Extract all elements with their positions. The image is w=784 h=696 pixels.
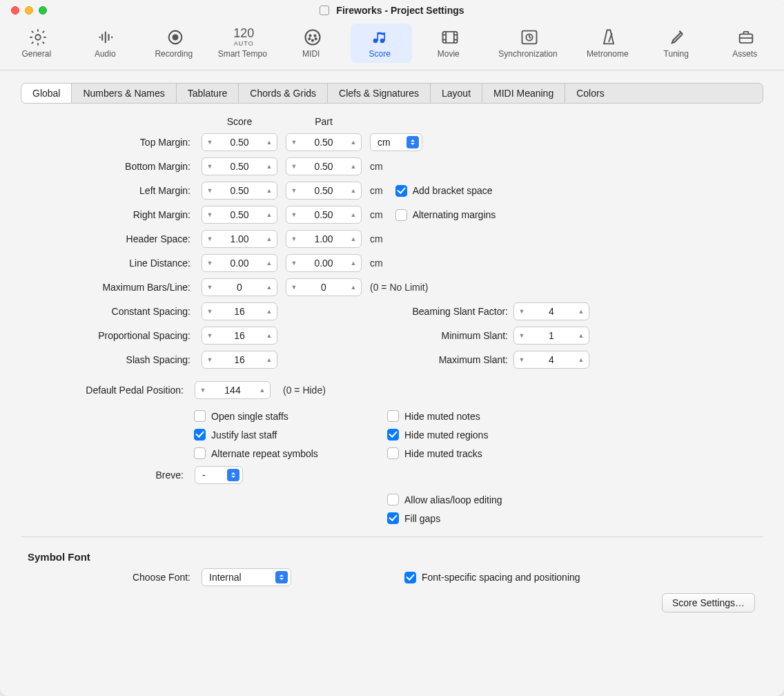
- max-bars-note: (0 = No Limit): [370, 282, 756, 293]
- pedal-note: (0 = Hide): [279, 385, 763, 396]
- toolbar-midi[interactable]: MIDI: [282, 23, 344, 63]
- checkbox-icon: [395, 209, 407, 221]
- tab-tablature[interactable]: Tablature: [177, 84, 239, 103]
- right-margin-part-stepper[interactable]: ▼0.50▲: [286, 206, 362, 224]
- tab-global[interactable]: Global: [21, 84, 72, 103]
- tab-colors[interactable]: Colors: [565, 84, 615, 103]
- hide-muted-regions-check[interactable]: Hide muted regions: [387, 429, 594, 441]
- alternate-repeat-check[interactable]: Alternate repeat symbols: [194, 447, 373, 459]
- max-bars-score-stepper[interactable]: ▼0▲: [202, 278, 277, 296]
- close-icon[interactable]: [11, 6, 19, 14]
- toolbar-synchronization[interactable]: Synchronization: [488, 23, 571, 63]
- toolbar-smart-tempo[interactable]: 120 AUTO Smart Tempo: [213, 23, 275, 63]
- toolbar: General Audio Recording 120 AUTO Smart T…: [0, 21, 784, 70]
- fill-gaps-check[interactable]: Fill gaps: [387, 512, 594, 524]
- toolbar-movie[interactable]: Movie: [419, 23, 481, 63]
- hide-muted-notes-check[interactable]: Hide muted notes: [387, 410, 594, 422]
- label-min-slant: Minimum Slant:: [370, 330, 508, 341]
- slash-spacing-stepper[interactable]: ▼16▲: [202, 351, 277, 369]
- svg-point-5: [314, 35, 315, 37]
- chevron-up-icon[interactable]: ▲: [262, 139, 277, 146]
- toolbar-audio[interactable]: Audio: [76, 23, 138, 63]
- tab-numbers-names[interactable]: Numbers & Names: [72, 84, 176, 103]
- label-slash-spacing: Slash Spacing:: [28, 354, 193, 365]
- label-left-margin: Left Margin:: [28, 185, 193, 196]
- hide-muted-tracks-check[interactable]: Hide muted tracks: [387, 447, 594, 459]
- svg-point-3: [305, 30, 320, 45]
- separator: [21, 536, 763, 537]
- toolbar-tuning[interactable]: Tuning: [647, 23, 709, 63]
- header-space-part-stepper[interactable]: ▼1.00▲: [286, 230, 362, 248]
- label-line-distance: Line Distance:: [28, 258, 193, 269]
- content-area: Global Numbers & Names Tablature Chords …: [0, 70, 784, 696]
- alternating-margins-check[interactable]: Alternating margins: [395, 209, 496, 221]
- tab-midi-meaning[interactable]: MIDI Meaning: [482, 84, 565, 103]
- toolbar-general[interactable]: General: [7, 23, 69, 63]
- chevron-up-icon[interactable]: ▲: [346, 139, 361, 146]
- pedal-stepper[interactable]: ▼144▲: [195, 381, 271, 399]
- toolbar-assets[interactable]: Assets: [715, 23, 777, 63]
- bottom-margin-part-stepper[interactable]: ▼0.50▲: [286, 157, 362, 175]
- movie-icon: [440, 28, 460, 47]
- justify-last-staff-check[interactable]: Justify last staff: [194, 429, 373, 441]
- open-single-staffs-check[interactable]: Open single staffs: [194, 410, 373, 422]
- column-header-score: Score: [202, 116, 277, 127]
- choose-font-select[interactable]: Internal: [202, 568, 291, 586]
- top-margin-score-stepper[interactable]: ▼0.50▲: [202, 133, 277, 151]
- right-margin-score-stepper[interactable]: ▼0.50▲: [202, 206, 277, 224]
- top-margin-part-stepper[interactable]: ▼0.50▲: [286, 133, 362, 151]
- tuning-icon: [668, 28, 687, 47]
- column-header-part: Part: [286, 116, 362, 127]
- toolbar-metronome[interactable]: Metronome: [578, 23, 640, 63]
- line-distance-score-stepper[interactable]: ▼0.00▲: [202, 254, 277, 272]
- add-bracket-space-check[interactable]: Add bracket space: [395, 185, 493, 197]
- label-breve: Breve:: [21, 470, 186, 481]
- titlebar: Fireworks - Project Settings: [0, 0, 784, 21]
- header-space-score-stepper[interactable]: ▼1.00▲: [202, 230, 277, 248]
- proportional-spacing-stepper[interactable]: ▼16▲: [202, 327, 277, 345]
- svg-point-8: [312, 40, 313, 41]
- allow-alias-check[interactable]: Allow alias/loop editing: [387, 494, 594, 505]
- svg-point-6: [308, 38, 310, 39]
- window-controls: [11, 6, 47, 14]
- label-header-space: Header Space:: [28, 233, 193, 244]
- tab-chords-grids[interactable]: Chords & Grids: [239, 84, 328, 103]
- beaming-slant-stepper[interactable]: ▼4▲: [513, 302, 589, 320]
- tab-clefs-signatures[interactable]: Clefs & Signatures: [328, 84, 431, 103]
- global-form: Score Part Top Margin: ▼0.50▲ ▼0.50▲ cm …: [21, 104, 763, 369]
- svg-line-24: [609, 33, 612, 42]
- symbol-font-heading: Symbol Font: [28, 551, 763, 563]
- max-slant-stepper[interactable]: ▼4▲: [513, 351, 589, 369]
- label-choose-font: Choose Font:: [28, 572, 193, 583]
- bottom-margin-score-stepper[interactable]: ▼0.50▲: [202, 157, 277, 175]
- label-max-bars: Maximum Bars/Line:: [28, 282, 193, 293]
- tab-layout[interactable]: Layout: [431, 84, 482, 103]
- audio-icon: [97, 28, 116, 47]
- score-settings-button[interactable]: Score Settings…: [662, 593, 755, 612]
- unit-select[interactable]: cm: [370, 133, 422, 151]
- minimize-icon[interactable]: [25, 6, 33, 14]
- svg-point-4: [309, 35, 311, 37]
- left-margin-score-stepper[interactable]: ▼0.50▲: [202, 182, 277, 200]
- label-bottom-margin: Bottom Margin:: [28, 161, 193, 172]
- window-title: Fireworks - Project Settings: [0, 5, 784, 16]
- label-proportional-spacing: Proportional Spacing:: [28, 330, 193, 341]
- midi-icon: [303, 28, 322, 47]
- toolbar-score[interactable]: Score: [351, 23, 413, 63]
- gear-icon: [28, 28, 48, 47]
- min-slant-stepper[interactable]: ▼1▲: [513, 327, 589, 345]
- svg-point-7: [315, 38, 316, 39]
- constant-spacing-stepper[interactable]: ▼16▲: [202, 302, 277, 320]
- updown-icon: [227, 469, 239, 481]
- chevron-down-icon[interactable]: ▼: [202, 139, 217, 146]
- toolbar-recording[interactable]: Recording: [144, 23, 206, 63]
- breve-select[interactable]: -: [195, 466, 243, 484]
- left-margin-part-stepper[interactable]: ▼0.50▲: [286, 182, 362, 200]
- checkbox-icon: [395, 185, 407, 197]
- maximize-icon[interactable]: [39, 6, 47, 14]
- tempo-icon: 120 AUTO: [233, 28, 254, 47]
- chevron-down-icon[interactable]: ▼: [286, 139, 302, 146]
- line-distance-part-stepper[interactable]: ▼0.00▲: [286, 254, 362, 272]
- max-bars-part-stepper[interactable]: ▼0▲: [286, 278, 362, 296]
- font-specific-check[interactable]: Font-specific spacing and positioning: [404, 572, 756, 583]
